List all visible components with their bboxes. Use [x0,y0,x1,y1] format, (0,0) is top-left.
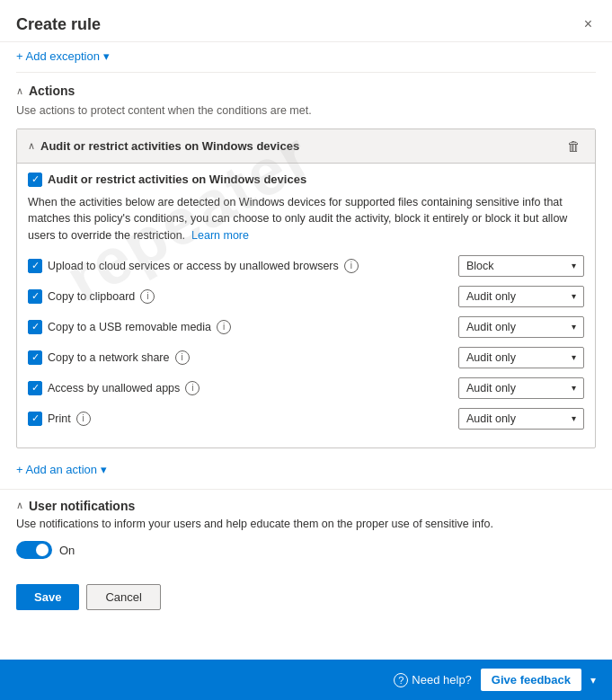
toggle-row: On [16,541,596,559]
dropdown-chevron-1: ▾ [572,291,576,301]
activity-dropdown-3[interactable]: Audit only ▾ [458,347,584,368]
dropdown-value-4: Audit only [466,382,516,394]
activity-label-2: Copy to a USB removable media [48,320,211,334]
actions-chevron-icon: ∧ [16,85,23,97]
activity-dropdown-4[interactable]: Audit only ▾ [458,377,584,399]
add-action-button[interactable]: + Add an action ▾ [16,463,107,476]
add-action-chevron: ▾ [101,463,107,476]
add-action-label: + Add an action [16,463,97,476]
activity-left-0: Upload to cloud services or access by un… [28,259,458,273]
activity-checkbox-2[interactable] [28,320,42,334]
dropdown-chevron-2: ▾ [572,322,576,332]
info-icon-4: i [185,381,200,395]
activity-label-4: Access by unallowed apps [48,381,180,395]
activity-row-3: Copy to a network share i Audit only ▾ [28,347,584,368]
dropdown-value-1: Audit only [466,290,516,303]
activity-label-1: Copy to clipboard [48,289,135,304]
action-block-body-text: When the activities below are detected o… [28,194,584,244]
activity-label-0: Upload to cloud services or access by un… [48,259,339,273]
bottom-bar-chevron[interactable]: ▾ [590,674,596,687]
actions-section-header: ∧ Actions [16,84,596,98]
dropdown-chevron-0: ▾ [572,261,576,270]
activity-left-2: Copy to a USB removable media i [28,320,458,334]
activity-checkbox-5[interactable] [28,412,42,426]
activity-checkbox-3[interactable] [28,350,42,365]
notifications-header: ∧ User notifications [16,499,596,513]
save-button[interactable]: Save [16,584,79,610]
dropdown-value-0: Block [466,260,494,272]
add-exception-button[interactable]: + Add exception ▾ [16,49,110,63]
activity-label-5: Print [48,412,71,426]
info-icon-5: i [76,412,91,426]
add-exception-chevron: ▾ [103,49,110,63]
actions-section-title: Actions [29,84,75,98]
activity-left-5: Print i [28,412,458,426]
activity-row-5: Print i Audit only ▾ [28,408,584,430]
activity-row-0: Upload to cloud services or access by un… [28,255,584,277]
activity-dropdown-5[interactable]: Audit only ▾ [458,408,584,430]
learn-more-link[interactable]: Learn more [191,229,249,242]
actions-section: ∧ Actions Use actions to protect content… [0,73,612,128]
need-help-label: Need help? [412,673,472,687]
action-block-checkbox-row: Audit or restrict activities on Windows … [28,173,584,187]
action-block-header: ∧ Audit or restrict activities on Window… [17,129,595,164]
activity-checkbox-4[interactable] [28,381,42,395]
add-exception-row: + Add exception ▾ [0,42,612,72]
activity-label-3: Copy to a network share [48,350,170,365]
need-help-icon: ? [394,673,408,687]
info-icon-1: i [140,289,155,304]
modal-header: Create rule × [0,0,612,42]
activity-row-1: Copy to clipboard i Audit only ▾ [28,286,584,307]
action-block-title: Audit or restrict activities on Windows … [40,139,299,153]
info-icon-0: i [344,259,359,273]
notifications-section: ∧ User notifications Use notifications t… [0,489,612,578]
action-block-body: Audit or restrict activities on Windows … [17,164,595,447]
notifications-chevron-icon: ∧ [16,500,23,511]
action-block-checkbox-label: Audit or restrict activities on Windows … [48,173,306,186]
modal-title: Create rule [16,15,101,34]
activity-dropdown-1[interactable]: Audit only ▾ [458,286,584,307]
notifications-title: User notifications [29,499,135,513]
dropdown-chevron-3: ▾ [572,352,576,362]
notifications-description: Use notifications to inform your users a… [16,517,596,533]
activity-checkbox-0[interactable] [28,259,42,273]
add-exception-label: + Add exception [16,49,100,63]
add-action-row: + Add an action ▾ [0,457,612,485]
action-block-chevron-icon: ∧ [28,140,35,152]
footer-buttons: Save Cancel [0,577,612,623]
activity-left-4: Access by unallowed apps i [28,381,458,395]
activity-row-4: Access by unallowed apps i Audit only ▾ [28,377,584,399]
toggle-label: On [59,544,75,557]
activity-left-3: Copy to a network share i [28,350,458,365]
need-help: ? Need help? [394,673,472,687]
activity-dropdown-2[interactable]: Audit only ▾ [458,316,584,338]
dropdown-value-2: Audit only [466,321,516,333]
activity-row-2: Copy to a USB removable media i Audit on… [28,316,584,338]
cancel-button[interactable]: Cancel [86,584,160,610]
give-feedback-button[interactable]: Give feedback [481,669,581,691]
action-block-title-row: ∧ Audit or restrict activities on Window… [28,139,299,153]
notifications-toggle[interactable] [16,541,52,559]
dropdown-value-3: Audit only [466,351,516,364]
action-block: ∧ Audit or restrict activities on Window… [16,128,596,448]
info-icon-2: i [217,320,231,334]
bottom-bar: ? Need help? Give feedback ▾ [0,660,612,700]
close-button[interactable]: × [581,13,596,36]
activity-dropdown-0[interactable]: Block ▾ [458,255,584,277]
activity-checkbox-1[interactable] [28,289,42,304]
dropdown-chevron-4: ▾ [572,383,576,393]
trash-button[interactable]: 🗑 [563,137,584,155]
actions-section-description: Use actions to protect content when the … [16,103,596,120]
action-block-checkbox[interactable] [28,173,42,187]
dropdown-value-5: Audit only [466,412,516,425]
info-icon-3: i [175,350,190,365]
activity-left-1: Copy to clipboard i [28,289,458,304]
modal: repeater Create rule × + Add exception ▾… [0,0,612,700]
dropdown-chevron-5: ▾ [572,413,576,423]
